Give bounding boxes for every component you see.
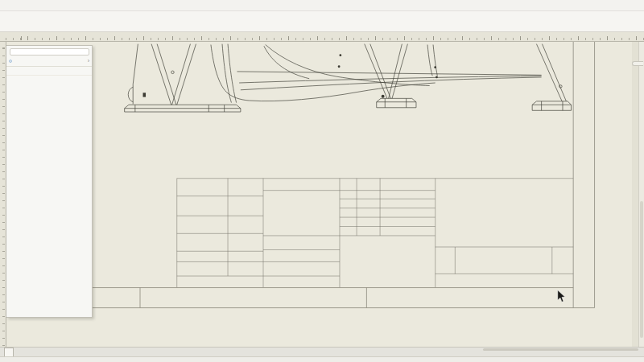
- task-pane: [632, 61, 643, 66]
- status-bar: [0, 356, 644, 362]
- horizontal-ruler: [0, 32, 644, 41]
- approvals-table: [342, 197, 451, 321]
- add-sheet-button[interactable]: [14, 348, 20, 356]
- vertical-scrollbar-thumb[interactable]: [640, 201, 643, 338]
- ribbon-tab-bar: [0, 32, 644, 42]
- tab-feature-tree[interactable]: [9, 60, 12, 63]
- drawing-view-geometry[interactable]: [125, 44, 572, 112]
- panel-expand-icon[interactable]: ›: [88, 58, 89, 64]
- vertical-scrollbar[interactable]: [638, 42, 644, 347]
- graphics-area: ›: [0, 42, 644, 347]
- sheet-tab-bar: [0, 347, 644, 356]
- horizontal-scrollbar-thumb[interactable]: [483, 348, 638, 351]
- tree-filter-input[interactable]: [10, 48, 89, 56]
- solidworks-window: ›: [0, 0, 644, 362]
- vertical-ruler: [0, 42, 6, 347]
- titlebar: [0, 0, 644, 11]
- command-manager: [0, 11, 644, 32]
- feature-manager-panel: ›: [6, 45, 93, 318]
- drawing-sheet: [0, 42, 644, 347]
- change-authority: [345, 293, 346, 297]
- panel-tabs: ›: [6, 56, 92, 67]
- mouse-cursor-icon: [558, 290, 565, 302]
- drawing-view-fasteners: [143, 54, 438, 97]
- document-title: [370, 0, 373, 11]
- sheet-tab-active[interactable]: [4, 348, 14, 356]
- sheet-border: [39, 42, 594, 308]
- tab-sheet-properties[interactable]: [14, 60, 16, 62]
- filter-row: [6, 67, 92, 76]
